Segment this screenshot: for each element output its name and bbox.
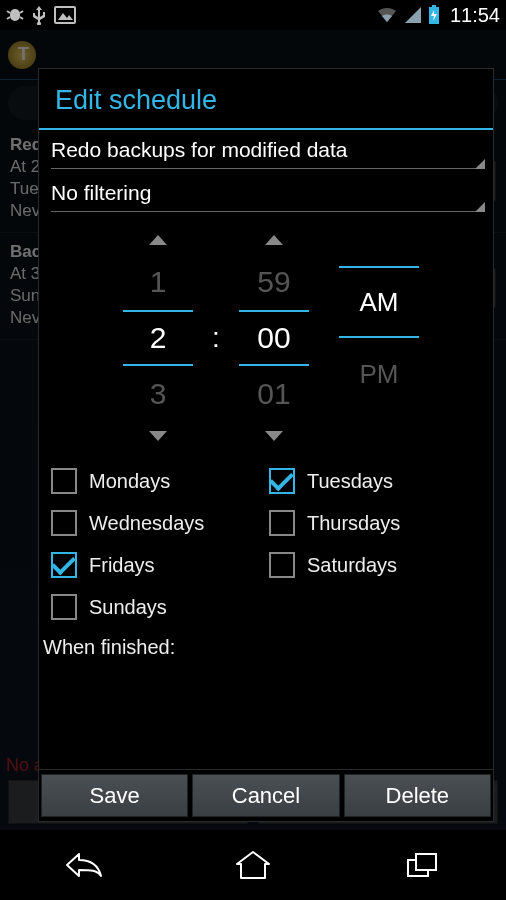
day-monday[interactable]: Mondays bbox=[51, 468, 263, 494]
day-label: Thursdays bbox=[307, 512, 400, 535]
svg-marker-14 bbox=[265, 431, 283, 441]
svg-line-2 bbox=[7, 17, 10, 19]
status-clock: 11:54 bbox=[450, 4, 500, 27]
spinner-value: No filtering bbox=[51, 181, 481, 205]
minute-picker[interactable]: 59 00 01 bbox=[219, 226, 329, 450]
chevron-up-icon[interactable] bbox=[147, 226, 169, 254]
day-label: Tuesdays bbox=[307, 470, 393, 493]
chevron-down-icon[interactable] bbox=[263, 422, 285, 450]
svg-marker-12 bbox=[149, 431, 167, 441]
save-button[interactable]: Save bbox=[41, 774, 188, 817]
minute-next: 01 bbox=[239, 366, 309, 422]
day-label: Fridays bbox=[89, 554, 155, 577]
checkbox[interactable] bbox=[51, 510, 77, 536]
dialog-button-bar: Save Cancel Delete bbox=[39, 769, 493, 821]
battery-charging-icon bbox=[428, 5, 440, 25]
day-sunday[interactable]: Sundays bbox=[51, 594, 263, 620]
cancel-button[interactable]: Cancel bbox=[192, 774, 339, 817]
day-thursday[interactable]: Thursdays bbox=[269, 510, 481, 536]
svg-rect-5 bbox=[55, 7, 75, 23]
day-label: Saturdays bbox=[307, 554, 397, 577]
back-button[interactable] bbox=[34, 840, 134, 890]
hour-picker[interactable]: 1 2 3 bbox=[103, 226, 213, 450]
dropdown-triangle-icon bbox=[475, 159, 485, 169]
day-tuesday[interactable]: Tuesdays bbox=[269, 468, 481, 494]
svg-marker-13 bbox=[265, 235, 283, 245]
recent-apps-button[interactable] bbox=[372, 840, 472, 890]
ampm-selected[interactable]: AM bbox=[339, 266, 419, 338]
backup-type-spinner[interactable]: Redo backups for modified data bbox=[39, 130, 493, 173]
dropdown-triangle-icon bbox=[475, 202, 485, 212]
chevron-down-icon[interactable] bbox=[147, 422, 169, 450]
dialog-title: Edit schedule bbox=[39, 69, 493, 128]
svg-rect-9 bbox=[432, 5, 436, 8]
svg-line-4 bbox=[20, 17, 23, 19]
hour-value[interactable]: 2 bbox=[123, 310, 193, 366]
checkbox[interactable] bbox=[51, 552, 77, 578]
day-label: Wednesdays bbox=[89, 512, 204, 535]
signal-icon bbox=[404, 6, 422, 24]
svg-rect-0 bbox=[10, 9, 20, 21]
home-button[interactable] bbox=[203, 840, 303, 890]
delete-button[interactable]: Delete bbox=[344, 774, 491, 817]
ampm-picker[interactable]: AM PM bbox=[329, 238, 429, 438]
checkbox[interactable] bbox=[269, 552, 295, 578]
hour-next: 3 bbox=[123, 366, 193, 422]
svg-marker-6 bbox=[58, 13, 73, 20]
ampm-other[interactable]: PM bbox=[339, 338, 419, 410]
svg-line-3 bbox=[20, 11, 23, 13]
svg-line-1 bbox=[7, 11, 10, 13]
checkbox[interactable] bbox=[51, 468, 77, 494]
day-wednesday[interactable]: Wednesdays bbox=[51, 510, 263, 536]
day-saturday[interactable]: Saturdays bbox=[269, 552, 481, 578]
svg-marker-11 bbox=[149, 235, 167, 245]
filter-spinner[interactable]: No filtering bbox=[39, 173, 493, 216]
svg-rect-16 bbox=[416, 854, 436, 870]
time-picker: 1 2 3 : 59 00 01 AM PM bbox=[39, 216, 493, 464]
minute-prev: 59 bbox=[239, 254, 309, 310]
checkbox[interactable] bbox=[51, 594, 77, 620]
hour-prev: 1 bbox=[123, 254, 193, 310]
day-friday[interactable]: Fridays bbox=[51, 552, 263, 578]
status-bar: 11:54 bbox=[0, 0, 506, 30]
wifi-icon bbox=[376, 6, 398, 24]
picture-icon bbox=[54, 6, 76, 24]
minute-value[interactable]: 00 bbox=[239, 310, 309, 366]
svg-marker-7 bbox=[405, 7, 421, 23]
checkbox[interactable] bbox=[269, 510, 295, 536]
chevron-up-icon[interactable] bbox=[263, 226, 285, 254]
when-finished-label: When finished: bbox=[39, 624, 493, 665]
navigation-bar bbox=[0, 830, 506, 900]
debug-icon bbox=[6, 5, 24, 25]
spinner-value: Redo backups for modified data bbox=[51, 138, 481, 162]
edit-schedule-dialog: Edit schedule Redo backups for modified … bbox=[38, 68, 494, 822]
checkbox[interactable] bbox=[269, 468, 295, 494]
days-of-week: Mondays Tuesdays Wednesdays Thursdays Fr… bbox=[39, 464, 493, 624]
usb-icon bbox=[32, 5, 46, 25]
day-label: Mondays bbox=[89, 470, 170, 493]
day-label: Sundays bbox=[89, 596, 167, 619]
